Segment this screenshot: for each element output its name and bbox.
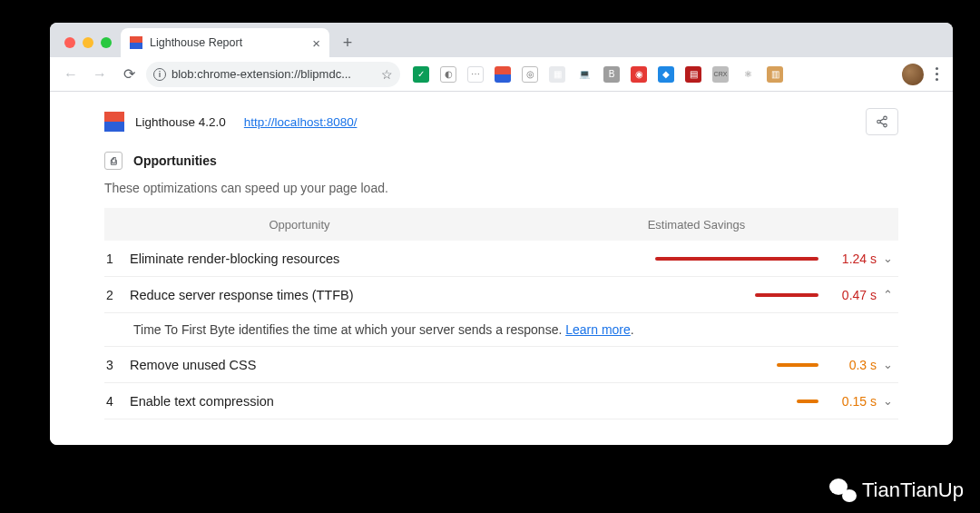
svg-line-4 bbox=[880, 123, 884, 124]
close-tab-icon[interactable]: × bbox=[312, 35, 320, 51]
opportunity-index: 1 bbox=[104, 252, 130, 266]
savings-value: 0.3 s bbox=[826, 358, 877, 372]
watermark-text: TianTianUp bbox=[862, 478, 964, 502]
opportunity-index: 2 bbox=[104, 288, 130, 302]
ext-b-grey[interactable]: B bbox=[603, 66, 620, 83]
wechat-icon bbox=[829, 478, 857, 502]
opportunity-row[interactable]: 1Eliminate render-blocking resources1.24… bbox=[104, 241, 898, 277]
ext-green-check[interactable]: ✓ bbox=[413, 66, 429, 83]
ext-react[interactable]: ⚛ bbox=[740, 66, 756, 83]
ext-notes[interactable]: ▥ bbox=[767, 66, 783, 83]
forward-button[interactable]: → bbox=[88, 63, 112, 86]
ext-shield[interactable]: ◆ bbox=[658, 66, 674, 83]
opportunity-index: 3 bbox=[104, 358, 130, 372]
lighthouse-logo-icon bbox=[104, 112, 124, 132]
bookmark-star-icon[interactable]: ☆ bbox=[381, 67, 393, 82]
reload-button[interactable]: ⟳ bbox=[117, 63, 141, 86]
section-title-text: Opportunities bbox=[133, 153, 217, 168]
watermark: TianTianUp bbox=[829, 478, 964, 502]
ext-circle-2[interactable]: ◎ bbox=[522, 66, 538, 83]
opportunity-index: 4 bbox=[104, 394, 130, 409]
lighthouse-favicon-icon bbox=[130, 36, 142, 49]
svg-point-1 bbox=[877, 120, 881, 123]
minimize-window-button[interactable] bbox=[83, 37, 93, 48]
learn-more-link[interactable]: Learn more bbox=[565, 322, 631, 337]
ext-square-grey[interactable]: ▦ bbox=[549, 66, 565, 83]
opportunities-table-header: Opportunity Estimated Savings bbox=[104, 208, 898, 241]
ext-crx[interactable]: CRX bbox=[712, 66, 729, 83]
savings-bar bbox=[797, 400, 818, 403]
browser-tab[interactable]: Lighthouse Report × bbox=[121, 28, 329, 57]
browser-window: Lighthouse Report × + ← → ⟳ i blob:chrom… bbox=[50, 23, 953, 445]
svg-point-2 bbox=[884, 123, 887, 127]
ext-circle-1[interactable]: ◐ bbox=[440, 66, 456, 83]
lighthouse-report: Lighthouse 4.2.0 http://localhost:8080/ … bbox=[50, 92, 953, 445]
share-button[interactable] bbox=[866, 108, 898, 135]
site-info-icon[interactable]: i bbox=[153, 68, 166, 81]
opportunity-label: Enable text compression bbox=[130, 394, 493, 409]
savings-value: 0.47 s bbox=[826, 288, 877, 302]
section-description: These optimizations can speed up your pa… bbox=[104, 181, 898, 208]
audited-url-link[interactable]: http://localhost:8080/ bbox=[244, 115, 358, 129]
report-header: Lighthouse 4.2.0 http://localhost:8080/ bbox=[104, 92, 898, 148]
url-text: blob:chrome-extension://blipmdc... bbox=[172, 67, 376, 81]
close-window-button[interactable] bbox=[64, 37, 75, 48]
ext-lighthouse[interactable] bbox=[495, 66, 511, 83]
chevron-down-icon[interactable]: ⌄ bbox=[877, 252, 898, 265]
address-bar[interactable]: i blob:chrome-extension://blipmdc... ☆ bbox=[146, 62, 400, 87]
window-controls bbox=[59, 37, 121, 57]
opportunity-row[interactable]: 3Remove unused CSS0.3 s⌄ bbox=[104, 347, 898, 383]
col-savings-header: Estimated Savings bbox=[495, 218, 898, 232]
savings-bar-cell bbox=[493, 363, 826, 367]
savings-value: 1.24 s bbox=[826, 252, 877, 266]
profile-avatar[interactable] bbox=[902, 64, 924, 85]
chevron-down-icon[interactable]: ⌄ bbox=[877, 358, 898, 371]
extension-icons: ✓◐⋯◎▦💻B◉◆▤CRX⚛▥ bbox=[406, 66, 897, 83]
ext-dots[interactable]: ⋯ bbox=[467, 66, 484, 83]
savings-bar-cell bbox=[493, 293, 826, 297]
savings-bar bbox=[755, 293, 818, 297]
maximize-window-button[interactable] bbox=[101, 37, 112, 48]
savings-bar bbox=[777, 363, 818, 367]
opportunity-label: Reduce server response times (TTFB) bbox=[130, 288, 493, 302]
opportunity-label: Remove unused CSS bbox=[130, 358, 493, 372]
browser-menu-button[interactable] bbox=[929, 67, 944, 81]
ext-book-red[interactable]: ▤ bbox=[685, 66, 701, 83]
savings-bar-cell bbox=[493, 400, 826, 403]
svg-point-0 bbox=[884, 116, 887, 120]
svg-line-3 bbox=[880, 119, 884, 121]
opportunity-label: Eliminate render-blocking resources bbox=[130, 252, 493, 266]
back-button[interactable]: ← bbox=[59, 63, 83, 86]
savings-value: 0.15 s bbox=[826, 394, 877, 409]
new-tab-button[interactable]: + bbox=[335, 30, 360, 55]
savings-bar-cell bbox=[493, 257, 826, 261]
share-icon bbox=[876, 115, 888, 128]
chevron-up-icon[interactable]: ⌃ bbox=[877, 288, 898, 301]
opportunities-list: 1Eliminate render-blocking resources1.24… bbox=[104, 241, 898, 419]
ext-laptop[interactable]: 💻 bbox=[576, 66, 593, 83]
lighthouse-version: Lighthouse 4.2.0 bbox=[135, 115, 226, 129]
savings-bar bbox=[655, 257, 818, 261]
opportunities-section-title: ⎙ Opportunities bbox=[104, 148, 898, 181]
tab-strip: Lighthouse Report × + bbox=[50, 23, 953, 57]
opportunity-detail: Time To First Byte identifies the time a… bbox=[104, 313, 898, 347]
chevron-down-icon[interactable]: ⌄ bbox=[877, 394, 898, 408]
ext-spiral-red[interactable]: ◉ bbox=[631, 66, 647, 83]
col-opportunity-header: Opportunity bbox=[104, 218, 495, 232]
browser-toolbar: ← → ⟳ i blob:chrome-extension://blipmdc.… bbox=[50, 57, 953, 92]
tab-title: Lighthouse Report bbox=[150, 36, 305, 49]
opportunity-row[interactable]: 4Enable text compression0.15 s⌄ bbox=[104, 383, 898, 419]
opportunity-row[interactable]: 2Reduce server response times (TTFB)0.47… bbox=[104, 277, 898, 313]
opportunities-section-icon: ⎙ bbox=[104, 152, 122, 170]
